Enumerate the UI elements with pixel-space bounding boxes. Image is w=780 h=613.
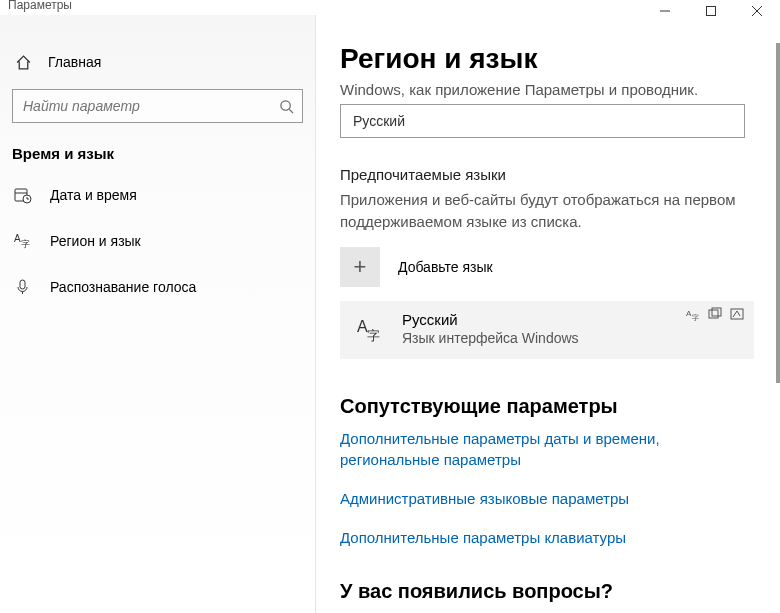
app-title: Параметры [8, 0, 72, 12]
preferred-languages-desc: Приложения и веб-сайты будут отображатьс… [340, 189, 750, 233]
dropdown-value: Русский [353, 113, 405, 129]
language-icon: A字 [14, 232, 32, 250]
sidebar: Главная Время и язык Дата и время A字 Рег… [0, 15, 316, 613]
display-language-dropdown[interactable]: Русский [340, 104, 745, 138]
add-language-label: Добавьте язык [398, 259, 493, 275]
scrollbar[interactable] [776, 43, 780, 383]
svg-point-4 [281, 100, 290, 109]
svg-rect-13 [20, 280, 25, 289]
preferred-languages-heading: Предпочитаемые языки [340, 166, 756, 183]
sidebar-section-title: Время и язык [0, 131, 315, 172]
language-item-russian[interactable]: A字 Русский Язык интерфейса Windows A字 [340, 301, 754, 359]
calendar-clock-icon [14, 186, 32, 204]
search-input[interactable] [23, 98, 279, 114]
main-content: Регион и язык Windows, как приложение Па… [316, 15, 780, 613]
home-icon [14, 53, 32, 71]
display-language-pack-icon [708, 307, 722, 321]
text-to-speech-icon: A字 [686, 307, 700, 321]
svg-text:字: 字 [692, 314, 699, 321]
sidebar-item-label: Распознавание голоса [50, 279, 196, 295]
sidebar-item-region-language[interactable]: A字 Регион и язык [0, 218, 315, 264]
home-nav[interactable]: Главная [0, 43, 315, 81]
link-additional-date-region[interactable]: Дополнительные параметры даты и времени,… [340, 428, 756, 470]
svg-text:A: A [14, 233, 21, 244]
sidebar-item-label: Дата и время [50, 187, 137, 203]
home-label: Главная [48, 54, 101, 70]
svg-rect-20 [712, 308, 721, 316]
sidebar-item-speech[interactable]: Распознавание голоса [0, 264, 315, 310]
language-name: Русский [402, 311, 579, 328]
link-admin-language[interactable]: Административные языковые параметры [340, 488, 756, 509]
language-glyph-icon: A字 [354, 311, 386, 347]
sidebar-item-label: Регион и язык [50, 233, 141, 249]
svg-rect-19 [709, 310, 718, 318]
svg-text:字: 字 [21, 239, 30, 249]
questions-heading: У вас появились вопросы? [340, 580, 756, 603]
sidebar-item-datetime[interactable]: Дата и время [0, 172, 315, 218]
handwriting-icon [730, 307, 744, 321]
search-box[interactable] [12, 89, 303, 123]
microphone-icon [14, 278, 32, 296]
language-subtitle: Язык интерфейса Windows [402, 330, 579, 346]
related-settings-heading: Сопутствующие параметры [340, 395, 756, 418]
search-icon [279, 99, 294, 114]
add-language-button[interactable]: + Добавьте язык [340, 247, 745, 287]
svg-text:字: 字 [367, 328, 380, 343]
link-additional-keyboard[interactable]: Дополнительные параметры клавиатуры [340, 527, 756, 548]
page-title: Регион и язык [340, 43, 756, 75]
display-language-desc: Windows, как приложение Параметры и пров… [340, 81, 756, 98]
plus-icon: + [340, 247, 380, 287]
svg-line-5 [289, 109, 293, 113]
